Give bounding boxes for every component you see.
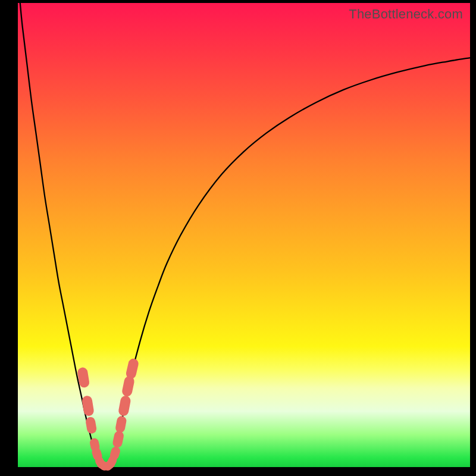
chart-frame: TheBottleneck.com — [0, 0, 476, 476]
marker-capsule — [115, 415, 127, 433]
marker-capsule — [125, 358, 139, 380]
marker-capsule — [82, 395, 95, 416]
plot-area: TheBottleneck.com — [18, 3, 470, 467]
marker-capsule — [118, 395, 131, 417]
marker-capsule — [112, 430, 124, 449]
marker-capsule — [121, 375, 136, 397]
chart-svg — [18, 3, 470, 467]
marker-capsule — [85, 416, 98, 434]
data-markers — [77, 358, 139, 472]
